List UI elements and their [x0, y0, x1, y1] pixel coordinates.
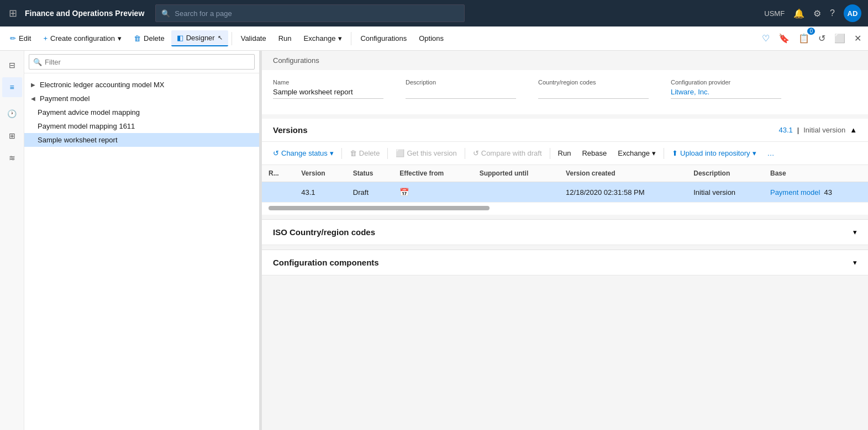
change-status-icon: ↺ [273, 149, 279, 157]
tree-label-payment-advice: Payment advice model mapping [38, 108, 140, 116]
col-description: Description [687, 165, 764, 182]
iso-country-section: ISO Country/region codes ▾ [262, 219, 868, 245]
refresh-icon[interactable]: ↺ [816, 31, 828, 46]
col-effective-from: Effective from [393, 165, 473, 182]
tree-label-electronic-ledger: Electronic ledger accounting model MX [40, 81, 164, 89]
config-components-header[interactable]: Configuration components ▾ [262, 250, 868, 275]
dropdown-icon: ▾ [118, 34, 122, 43]
layers-nav-icon[interactable]: ≋ [2, 148, 22, 168]
close-icon[interactable]: ✕ [852, 31, 864, 46]
list-nav-icon[interactable]: ≡ [2, 77, 22, 97]
versions-exchange-label: Exchange [618, 149, 650, 157]
name-value: Sample worksheet report [273, 88, 383, 99]
vtoolbar-sep3 [465, 148, 465, 159]
provider-value[interactable]: Litware, Inc. [671, 88, 781, 99]
favorite-icon[interactable]: ♡ [760, 31, 772, 46]
run-button[interactable]: Run [273, 31, 297, 46]
exchange-label: Exchange [304, 34, 336, 43]
designer-icon: ◧ [177, 34, 183, 42]
separator-1 [232, 32, 232, 45]
tree-item-payment-mapping[interactable]: Payment model mapping 1611 [24, 119, 259, 133]
filter-nav-icon[interactable]: ⊟ [2, 55, 22, 75]
versions-table-head: R... Version Status Effective from Suppo… [262, 165, 868, 182]
vtoolbar-sep4 [550, 148, 550, 159]
badge-icon[interactable]: 0 📋 [796, 31, 812, 46]
get-version-button[interactable]: ⬜ Get this version [391, 146, 461, 160]
versions-delete-icon: 🗑 [350, 149, 357, 157]
edit-label: Edit [19, 34, 31, 43]
filter-input[interactable] [29, 54, 255, 70]
search-bar[interactable]: 🔍 [155, 4, 465, 22]
sidebar-tree: ▶ Electronic ledger accounting model MX … [24, 73, 259, 430]
edit-button[interactable]: ✏ Edit [4, 31, 36, 46]
options-tab[interactable]: Options [413, 31, 449, 46]
main-layout: ⊟ ≡ 🕐 ⊞ ≋ 🔍 ▶ Electronic ledger accounti… [0, 51, 868, 430]
versions-run-button[interactable]: Run [554, 146, 576, 160]
open-icon[interactable]: ⬜ [832, 31, 848, 46]
base-link[interactable]: Payment model [770, 188, 820, 197]
bookmark-icon[interactable]: 🔖 [776, 31, 792, 46]
versions-meta: 43.1 | Initial version ▲ [779, 126, 857, 134]
country-field: Country/region codes [538, 79, 649, 99]
table-nav-icon[interactable]: ⊞ [2, 126, 22, 146]
more-button[interactable]: … [763, 146, 779, 160]
avatar[interactable]: AD [844, 4, 861, 22]
sidebar-nav: ⊟ ≡ 🕐 ⊞ ≋ [0, 51, 24, 430]
edit-icon: ✏ [10, 34, 16, 43]
versions-table-container: R... Version Status Effective from Suppo… [262, 165, 868, 215]
cell-version-created: 12/18/2020 02:31:58 PM [559, 182, 687, 203]
horizontal-scrollbar[interactable] [269, 206, 490, 210]
versions-delete-button[interactable]: 🗑 Delete [345, 146, 385, 160]
create-configuration-button[interactable]: + Create configuration ▾ [38, 31, 127, 46]
exchange-button[interactable]: Exchange ▾ [298, 31, 348, 46]
tree-item-payment-model[interactable]: ◀ Payment model [24, 92, 259, 105]
main-content: Configurations Name Sample worksheet rep… [262, 51, 868, 430]
calendar-icon[interactable]: 📅 [399, 188, 409, 197]
versions-exchange-button[interactable]: Exchange ▾ [613, 146, 660, 160]
breadcrumb: Configurations [262, 51, 868, 70]
versions-collapse-icon[interactable]: ▲ [850, 126, 857, 134]
versions-header[interactable]: Versions 43.1 | Initial version ▲ [262, 119, 868, 142]
tree-label-sample-worksheet: Sample worksheet report [38, 136, 118, 144]
upload-button[interactable]: ⬆ Upload into repository ▾ [667, 146, 760, 160]
exchange-dropdown-icon: ▾ [338, 34, 342, 43]
notification-icon[interactable]: 🔔 [793, 8, 804, 19]
tree-item-payment-advice[interactable]: Payment advice model mapping [24, 105, 259, 119]
designer-button[interactable]: ◧ Designer ↖ [171, 30, 228, 46]
iso-country-title: ISO Country/region codes [273, 227, 375, 237]
get-version-label: Get this version [407, 149, 456, 157]
col-status: Status [346, 165, 393, 182]
cell-status: Draft [346, 182, 393, 203]
clock-nav-icon[interactable]: 🕐 [2, 104, 22, 124]
versions-section: Versions 43.1 | Initial version ▲ ↺ Chan… [262, 119, 868, 215]
app-title: Finance and Operations Preview [25, 9, 144, 18]
rebase-label: Rebase [582, 149, 607, 157]
compare-button[interactable]: ↺ Compare with draft [469, 146, 546, 160]
help-icon[interactable]: ? [830, 8, 835, 18]
country-value [538, 88, 649, 99]
base-num: 43 [824, 188, 832, 197]
breadcrumb-text: Configurations [273, 56, 319, 65]
grid-icon[interactable]: ⊞ [7, 5, 19, 22]
table-row[interactable]: 43.1 Draft 📅 12/18/2020 02:31:58 PM Init… [262, 182, 868, 203]
cell-base: Payment model 43 [764, 182, 868, 203]
change-status-button[interactable]: ↺ Change status ▾ [269, 146, 338, 160]
versions-number: 43.1 [779, 126, 793, 134]
change-status-label: Change status [281, 149, 328, 157]
validate-button[interactable]: Validate [235, 31, 272, 46]
rebase-button[interactable]: Rebase [577, 146, 611, 160]
configurations-tab[interactable]: Configurations [355, 31, 412, 46]
config-components-collapse-icon: ▾ [853, 258, 857, 267]
search-input[interactable] [175, 9, 459, 18]
delete-button[interactable]: 🗑 Delete [128, 31, 170, 46]
iso-country-header[interactable]: ISO Country/region codes ▾ [262, 220, 868, 245]
iso-country-collapse-icon: ▾ [853, 228, 857, 236]
options-label: Options [419, 34, 444, 43]
upload-icon: ⬆ [672, 149, 678, 157]
description-label: Description [406, 79, 516, 86]
tree-label-payment-mapping: Payment model mapping 1611 [38, 122, 135, 130]
tree-item-electronic-ledger[interactable]: ▶ Electronic ledger accounting model MX [24, 78, 259, 92]
settings-icon[interactable]: ⚙ [813, 8, 821, 19]
tree-item-sample-worksheet[interactable]: Sample worksheet report [24, 133, 259, 147]
plus-icon: + [43, 34, 48, 43]
